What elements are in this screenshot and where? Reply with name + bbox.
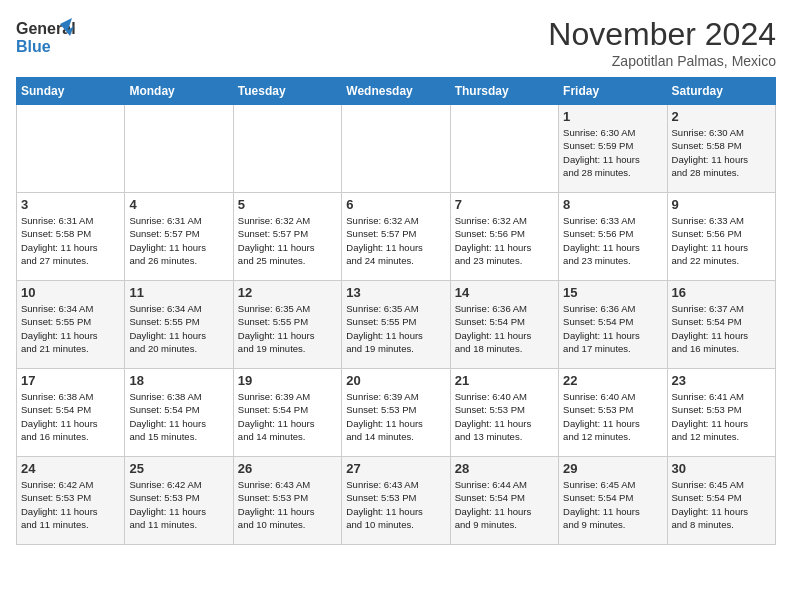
day-number: 3 xyxy=(21,197,120,212)
day-info: Sunrise: 6:36 AM Sunset: 5:54 PM Dayligh… xyxy=(455,302,554,355)
day-number: 26 xyxy=(238,461,337,476)
day-number: 7 xyxy=(455,197,554,212)
calendar-cell: 14Sunrise: 6:36 AM Sunset: 5:54 PM Dayli… xyxy=(450,281,558,369)
calendar-cell xyxy=(342,105,450,193)
day-number: 2 xyxy=(672,109,771,124)
day-info: Sunrise: 6:45 AM Sunset: 5:54 PM Dayligh… xyxy=(563,478,662,531)
calendar-cell: 9Sunrise: 6:33 AM Sunset: 5:56 PM Daylig… xyxy=(667,193,775,281)
month-title: November 2024 xyxy=(548,16,776,53)
calendar-cell xyxy=(125,105,233,193)
calendar-cell: 15Sunrise: 6:36 AM Sunset: 5:54 PM Dayli… xyxy=(559,281,667,369)
svg-text:Blue: Blue xyxy=(16,38,51,55)
day-info: Sunrise: 6:39 AM Sunset: 5:54 PM Dayligh… xyxy=(238,390,337,443)
title-block: November 2024 Zapotitlan Palmas, Mexico xyxy=(548,16,776,69)
calendar-cell: 22Sunrise: 6:40 AM Sunset: 5:53 PM Dayli… xyxy=(559,369,667,457)
day-number: 8 xyxy=(563,197,662,212)
calendar-week-row: 17Sunrise: 6:38 AM Sunset: 5:54 PM Dayli… xyxy=(17,369,776,457)
calendar-week-row: 3Sunrise: 6:31 AM Sunset: 5:58 PM Daylig… xyxy=(17,193,776,281)
day-number: 21 xyxy=(455,373,554,388)
day-info: Sunrise: 6:36 AM Sunset: 5:54 PM Dayligh… xyxy=(563,302,662,355)
day-info: Sunrise: 6:35 AM Sunset: 5:55 PM Dayligh… xyxy=(346,302,445,355)
day-number: 11 xyxy=(129,285,228,300)
calendar-cell: 17Sunrise: 6:38 AM Sunset: 5:54 PM Dayli… xyxy=(17,369,125,457)
calendar-cell: 2Sunrise: 6:30 AM Sunset: 5:58 PM Daylig… xyxy=(667,105,775,193)
day-info: Sunrise: 6:32 AM Sunset: 5:56 PM Dayligh… xyxy=(455,214,554,267)
day-number: 16 xyxy=(672,285,771,300)
calendar-cell: 20Sunrise: 6:39 AM Sunset: 5:53 PM Dayli… xyxy=(342,369,450,457)
day-info: Sunrise: 6:38 AM Sunset: 5:54 PM Dayligh… xyxy=(129,390,228,443)
day-info: Sunrise: 6:37 AM Sunset: 5:54 PM Dayligh… xyxy=(672,302,771,355)
day-number: 18 xyxy=(129,373,228,388)
day-info: Sunrise: 6:30 AM Sunset: 5:59 PM Dayligh… xyxy=(563,126,662,179)
day-info: Sunrise: 6:39 AM Sunset: 5:53 PM Dayligh… xyxy=(346,390,445,443)
day-info: Sunrise: 6:31 AM Sunset: 5:57 PM Dayligh… xyxy=(129,214,228,267)
day-number: 10 xyxy=(21,285,120,300)
day-info: Sunrise: 6:31 AM Sunset: 5:58 PM Dayligh… xyxy=(21,214,120,267)
day-info: Sunrise: 6:43 AM Sunset: 5:53 PM Dayligh… xyxy=(238,478,337,531)
day-of-week-header: Monday xyxy=(125,78,233,105)
day-info: Sunrise: 6:34 AM Sunset: 5:55 PM Dayligh… xyxy=(129,302,228,355)
calendar-cell: 16Sunrise: 6:37 AM Sunset: 5:54 PM Dayli… xyxy=(667,281,775,369)
calendar-cell: 7Sunrise: 6:32 AM Sunset: 5:56 PM Daylig… xyxy=(450,193,558,281)
day-number: 17 xyxy=(21,373,120,388)
day-info: Sunrise: 6:42 AM Sunset: 5:53 PM Dayligh… xyxy=(129,478,228,531)
calendar-cell: 27Sunrise: 6:43 AM Sunset: 5:53 PM Dayli… xyxy=(342,457,450,545)
calendar-cell xyxy=(450,105,558,193)
calendar-cell: 28Sunrise: 6:44 AM Sunset: 5:54 PM Dayli… xyxy=(450,457,558,545)
day-number: 30 xyxy=(672,461,771,476)
day-number: 12 xyxy=(238,285,337,300)
day-number: 22 xyxy=(563,373,662,388)
day-of-week-header: Saturday xyxy=(667,78,775,105)
calendar-cell: 10Sunrise: 6:34 AM Sunset: 5:55 PM Dayli… xyxy=(17,281,125,369)
day-number: 25 xyxy=(129,461,228,476)
day-info: Sunrise: 6:44 AM Sunset: 5:54 PM Dayligh… xyxy=(455,478,554,531)
day-info: Sunrise: 6:33 AM Sunset: 5:56 PM Dayligh… xyxy=(563,214,662,267)
calendar-cell: 24Sunrise: 6:42 AM Sunset: 5:53 PM Dayli… xyxy=(17,457,125,545)
calendar-cell: 6Sunrise: 6:32 AM Sunset: 5:57 PM Daylig… xyxy=(342,193,450,281)
calendar-week-row: 10Sunrise: 6:34 AM Sunset: 5:55 PM Dayli… xyxy=(17,281,776,369)
day-info: Sunrise: 6:41 AM Sunset: 5:53 PM Dayligh… xyxy=(672,390,771,443)
calendar-week-row: 24Sunrise: 6:42 AM Sunset: 5:53 PM Dayli… xyxy=(17,457,776,545)
calendar-cell: 26Sunrise: 6:43 AM Sunset: 5:53 PM Dayli… xyxy=(233,457,341,545)
day-number: 20 xyxy=(346,373,445,388)
day-number: 28 xyxy=(455,461,554,476)
day-number: 14 xyxy=(455,285,554,300)
calendar-cell: 4Sunrise: 6:31 AM Sunset: 5:57 PM Daylig… xyxy=(125,193,233,281)
day-number: 19 xyxy=(238,373,337,388)
calendar-header-row: SundayMondayTuesdayWednesdayThursdayFrid… xyxy=(17,78,776,105)
calendar-cell: 25Sunrise: 6:42 AM Sunset: 5:53 PM Dayli… xyxy=(125,457,233,545)
calendar-cell xyxy=(233,105,341,193)
calendar-cell: 8Sunrise: 6:33 AM Sunset: 5:56 PM Daylig… xyxy=(559,193,667,281)
day-number: 23 xyxy=(672,373,771,388)
day-info: Sunrise: 6:43 AM Sunset: 5:53 PM Dayligh… xyxy=(346,478,445,531)
day-info: Sunrise: 6:30 AM Sunset: 5:58 PM Dayligh… xyxy=(672,126,771,179)
day-info: Sunrise: 6:40 AM Sunset: 5:53 PM Dayligh… xyxy=(563,390,662,443)
day-number: 15 xyxy=(563,285,662,300)
calendar-cell: 1Sunrise: 6:30 AM Sunset: 5:59 PM Daylig… xyxy=(559,105,667,193)
calendar-cell: 30Sunrise: 6:45 AM Sunset: 5:54 PM Dayli… xyxy=(667,457,775,545)
day-number: 4 xyxy=(129,197,228,212)
day-of-week-header: Wednesday xyxy=(342,78,450,105)
day-info: Sunrise: 6:45 AM Sunset: 5:54 PM Dayligh… xyxy=(672,478,771,531)
day-info: Sunrise: 6:33 AM Sunset: 5:56 PM Dayligh… xyxy=(672,214,771,267)
calendar-cell: 12Sunrise: 6:35 AM Sunset: 5:55 PM Dayli… xyxy=(233,281,341,369)
logo-svg: GeneralBlue xyxy=(16,16,76,60)
location-subtitle: Zapotitlan Palmas, Mexico xyxy=(548,53,776,69)
calendar-table: SundayMondayTuesdayWednesdayThursdayFrid… xyxy=(16,77,776,545)
calendar-cell: 23Sunrise: 6:41 AM Sunset: 5:53 PM Dayli… xyxy=(667,369,775,457)
day-number: 1 xyxy=(563,109,662,124)
day-info: Sunrise: 6:32 AM Sunset: 5:57 PM Dayligh… xyxy=(238,214,337,267)
page-header: GeneralBlue November 2024 Zapotitlan Pal… xyxy=(16,16,776,69)
calendar-cell: 18Sunrise: 6:38 AM Sunset: 5:54 PM Dayli… xyxy=(125,369,233,457)
day-info: Sunrise: 6:38 AM Sunset: 5:54 PM Dayligh… xyxy=(21,390,120,443)
calendar-cell: 3Sunrise: 6:31 AM Sunset: 5:58 PM Daylig… xyxy=(17,193,125,281)
day-info: Sunrise: 6:42 AM Sunset: 5:53 PM Dayligh… xyxy=(21,478,120,531)
calendar-cell: 11Sunrise: 6:34 AM Sunset: 5:55 PM Dayli… xyxy=(125,281,233,369)
calendar-cell xyxy=(17,105,125,193)
calendar-week-row: 1Sunrise: 6:30 AM Sunset: 5:59 PM Daylig… xyxy=(17,105,776,193)
day-info: Sunrise: 6:32 AM Sunset: 5:57 PM Dayligh… xyxy=(346,214,445,267)
day-number: 6 xyxy=(346,197,445,212)
day-number: 27 xyxy=(346,461,445,476)
day-info: Sunrise: 6:40 AM Sunset: 5:53 PM Dayligh… xyxy=(455,390,554,443)
calendar-cell: 13Sunrise: 6:35 AM Sunset: 5:55 PM Dayli… xyxy=(342,281,450,369)
